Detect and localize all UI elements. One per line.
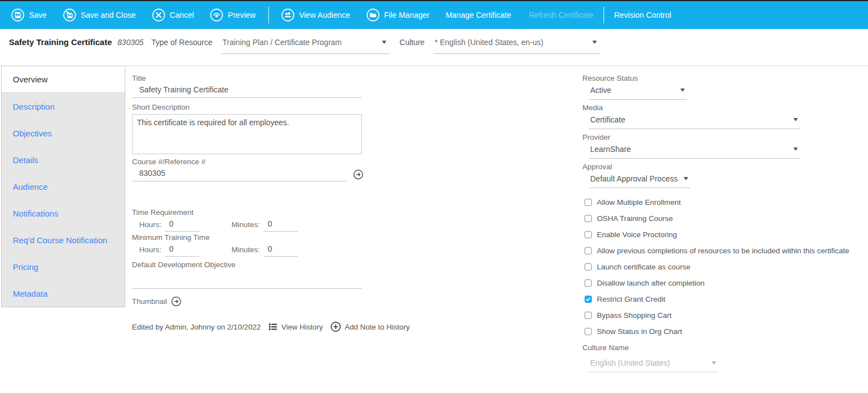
provider-label: Provider	[582, 133, 864, 141]
sidebar-item-label: Audience	[13, 182, 48, 191]
culture-value: * English (United States, en-us)	[435, 36, 543, 48]
checkbox-label: Launch certificate as course	[597, 263, 690, 271]
sidebar-item-reqd-course-notification[interactable]: Req'd Course Notification	[2, 227, 125, 253]
add-note-to-history-label: Add Note to History	[345, 323, 410, 331]
resource-id: 830305	[117, 36, 144, 48]
checkbox-icon[interactable]	[585, 312, 592, 319]
time-requirement-hours-input[interactable]: 0	[165, 219, 199, 232]
time-requirement-minutes-input[interactable]: 0	[263, 219, 298, 232]
sidebar-item-label: Notifications	[13, 209, 58, 218]
sidebar-item-label: Metadata	[13, 289, 48, 298]
resource-header: Safety Training Certificate 830305 Type …	[0, 29, 868, 66]
hours-label: Hours:	[139, 245, 161, 257]
checkbox-enable-voice-proctoring[interactable]: Enable Voice Proctoring	[585, 227, 864, 243]
save-label: Save	[29, 11, 47, 19]
default-development-objective-label: Default Development Objective	[132, 261, 362, 269]
checkbox-icon[interactable]	[585, 215, 592, 222]
checkbox-bypass-shopping-cart[interactable]: Bypass Shopping Cart	[585, 307, 864, 323]
revision-control-button[interactable]: Revision Control	[614, 11, 671, 19]
sidebar-item-overview[interactable]: Overview	[2, 66, 125, 93]
view-history-link[interactable]: View History	[268, 322, 323, 332]
sidebar-item-audience[interactable]: Audience	[2, 173, 125, 200]
minutes-label: Minutes:	[232, 245, 260, 257]
culture-label: Culture	[400, 36, 425, 48]
title-label: Title	[132, 74, 362, 82]
overview-form: Title Safety Training Certificate Short …	[132, 66, 362, 332]
chevron-down-icon	[712, 361, 716, 365]
resource-status-label: Resource Status	[582, 74, 864, 82]
type-of-resource-label: Type of Resource	[151, 36, 213, 48]
resource-settings-panel: Resource Status Active Media Certificate…	[582, 66, 864, 372]
minutes-label: Minutes:	[232, 220, 260, 232]
checkbox-icon[interactable]	[585, 328, 592, 335]
title-input[interactable]: Safety Training Certificate	[132, 82, 362, 98]
view-audience-button[interactable]: View Audience	[281, 8, 350, 22]
time-requirement-label: Time Requirement	[132, 208, 362, 217]
culture-name-dropdown: English (United States)	[589, 355, 718, 372]
checkbox-icon[interactable]	[585, 231, 592, 238]
checkbox-label: Disallow launch after completion	[597, 279, 705, 287]
refresh-certificate-label: Refresh Certificate	[529, 11, 594, 19]
checkbox-icon[interactable]	[585, 247, 592, 254]
checkbox-launch-certificate-as-course[interactable]: Launch certificate as course	[585, 259, 864, 275]
options-checkbox-list: Allow Multiple Enrollment OSHA Training …	[585, 194, 864, 340]
cancel-label: Cancel	[170, 11, 194, 19]
sidebar-item-notifications[interactable]: Notifications	[2, 200, 125, 227]
type-of-resource-dropdown[interactable]: Training Plan / Certificate Program	[222, 36, 390, 54]
list-icon	[268, 322, 278, 332]
toolbar: Save Save and Close Cancel Preview View …	[0, 1, 868, 29]
checkbox-icon[interactable]	[585, 279, 592, 287]
plus-circle-icon	[330, 321, 341, 332]
media-dropdown[interactable]: Certificate	[589, 112, 800, 129]
sidebar-item-details[interactable]: Details	[2, 146, 125, 173]
sidebar-item-pricing[interactable]: Pricing	[2, 253, 125, 280]
toolbar-separator	[604, 7, 604, 23]
checkbox-disallow-launch-after-completion[interactable]: Disallow launch after completion	[585, 275, 864, 291]
course-number-goto-icon[interactable]	[353, 169, 364, 180]
file-manager-label: File Manager	[384, 11, 430, 19]
default-development-objective-input[interactable]	[132, 269, 362, 289]
manage-certificate-button[interactable]: Manage Certificate	[445, 11, 511, 19]
checkbox-show-status-in-org-chart[interactable]: Show Status in Org Chart	[585, 323, 864, 340]
sidebar-item-metadata[interactable]: Metadata	[2, 280, 125, 307]
minimum-training-hours-input[interactable]: 0	[165, 244, 199, 257]
checkbox-icon[interactable]	[585, 199, 592, 206]
sidebar-item-objectives[interactable]: Objectives	[2, 120, 125, 146]
checkbox-allow-multiple-enrollment[interactable]: Allow Multiple Enrollment	[585, 194, 864, 210]
chevron-down-icon	[592, 41, 597, 44]
checkbox-allow-previous-completions[interactable]: Allow previous completions of resources …	[585, 243, 864, 259]
thumbnail-goto-icon[interactable]	[171, 296, 182, 307]
sidebar-item-label: Overview	[13, 75, 48, 84]
minimum-training-minutes-input[interactable]: 0	[263, 244, 298, 257]
cancel-button[interactable]: Cancel	[152, 8, 194, 22]
time-requirement-row: Hours: 0 Minutes: 0	[132, 219, 362, 232]
manage-certificate-label: Manage Certificate	[445, 11, 511, 19]
course-number-input[interactable]: 830305	[132, 166, 346, 181]
thumbnail-label: Thumbnail	[132, 297, 167, 306]
add-note-to-history-link[interactable]: Add Note to History	[330, 321, 410, 332]
resource-status-dropdown[interactable]: Active	[589, 82, 687, 100]
provider-dropdown[interactable]: LearnShare	[589, 141, 800, 159]
save-icon	[11, 8, 24, 22]
checkbox-osha-training-course[interactable]: OSHA Training Course	[585, 210, 864, 227]
checkbox-label: Show Status in Org Chart	[597, 327, 682, 336]
save-button[interactable]: Save	[11, 8, 47, 22]
short-description-textarea[interactable]: This certificate is required for all emp…	[132, 114, 362, 154]
chevron-down-icon	[382, 41, 386, 44]
checkbox-icon[interactable]	[585, 263, 592, 271]
file-manager-button[interactable]: File Manager	[366, 8, 430, 22]
culture-dropdown[interactable]: * English (United States, en-us)	[434, 36, 600, 54]
provider-value: LearnShare	[590, 144, 631, 155]
approval-value: Default Approval Process	[590, 173, 678, 184]
sidebar-item-label: Objectives	[13, 129, 52, 138]
media-label: Media	[582, 104, 864, 112]
save-and-close-button[interactable]: Save and Close	[63, 8, 136, 22]
sidebar-item-description[interactable]: Description	[2, 93, 125, 120]
preview-button[interactable]: Preview	[210, 8, 256, 22]
approval-dropdown[interactable]: Default Approval Process	[589, 171, 690, 188]
minimum-training-time-label: Minimum Training Time	[132, 233, 362, 242]
checkbox-icon[interactable]	[585, 296, 592, 303]
sidebar-nav: Overview Description Objectives Details …	[1, 66, 125, 307]
checkbox-restrict-grant-credit[interactable]: Restrict Grant Credit	[585, 291, 864, 307]
culture-name-label: Culture Name	[582, 343, 864, 352]
